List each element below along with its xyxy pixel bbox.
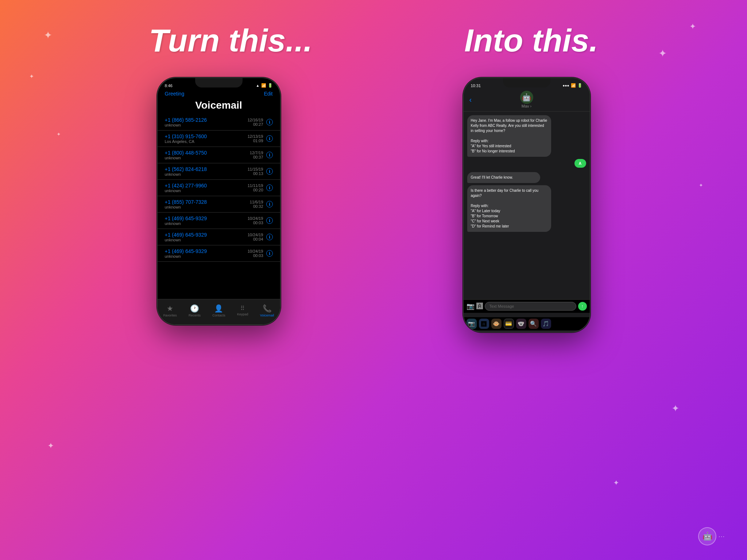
- tab-recents-label: Recents: [189, 314, 201, 317]
- msg-bubble-2: Is there a better day for Charlie to cal…: [467, 185, 551, 232]
- recents-icon: 🕐: [190, 304, 199, 313]
- send-button[interactable]: ↑: [578, 302, 587, 311]
- tab-keypad[interactable]: ⠿ Keypad: [237, 305, 248, 316]
- vm-dur-5: 00:32: [250, 204, 263, 209]
- vm-label-4: unknown: [165, 188, 207, 193]
- app-icon-photos[interactable]: 📷: [467, 319, 477, 329]
- signal-icon-left: ▲: [256, 83, 260, 88]
- msg-bubble-0: Hey Jane. I'm Mav, a follow up robot for…: [467, 115, 551, 157]
- voicemail-icon: 📞: [263, 304, 272, 313]
- apps-icon[interactable]: 🅰: [476, 303, 483, 310]
- vm-dur-3: 00:13: [248, 171, 263, 176]
- battery-icon-right: 🔋: [577, 83, 582, 88]
- logo-dots: ···: [719, 533, 725, 539]
- logo-icon: 🤖: [698, 527, 716, 545]
- sparkle-6: ✦: [47, 441, 54, 451]
- vm-item-0[interactable]: +1 (866) 585-2126 unknown 12/16/19 00:27…: [158, 114, 280, 131]
- tab-favorites-label: Favorites: [163, 314, 177, 317]
- app-icon-music[interactable]: 🎵: [541, 319, 551, 329]
- msg-header: ‹ 🤖 Mav ›: [464, 89, 590, 112]
- vm-info-2[interactable]: ℹ: [266, 152, 273, 158]
- app-icon-applepay[interactable]: 💳: [504, 319, 514, 329]
- battery-icon-left: 🔋: [268, 83, 273, 88]
- app-icon-memoji[interactable]: 🐵: [491, 319, 502, 329]
- vm-item-right-5: 11/6/19 00:32 ℹ: [250, 200, 273, 209]
- vm-number-0: +1 (866) 585-2126: [165, 117, 207, 123]
- vm-meta-5: 11/6/19 00:32: [250, 200, 263, 209]
- headline-right: Into this.: [464, 22, 598, 59]
- vm-date-4: 11/11/19: [248, 183, 263, 188]
- tab-contacts[interactable]: 👤 Contacts: [212, 304, 225, 317]
- vm-item-3[interactable]: +1 (562) 824-6218 unknown 11/15/19 00:13…: [158, 163, 280, 180]
- vm-number-7: +1 (469) 645-9329: [165, 232, 207, 238]
- vm-info-5[interactable]: ℹ: [266, 201, 273, 207]
- vm-info-4[interactable]: ℹ: [266, 184, 273, 191]
- vm-info-1[interactable]: ℹ: [266, 135, 273, 142]
- sparkle-7: ✦: [613, 478, 619, 487]
- phone-left: 8:46 ▲ 📶 🔋 Greeting Edit Voicemail +1 (8…: [157, 77, 281, 325]
- tab-favorites[interactable]: ★ Favorites: [163, 304, 177, 317]
- app-icon-hashtag[interactable]: 🔍: [529, 319, 539, 329]
- vm-item-right-6: 10/24/19 00:03 ℹ: [248, 216, 273, 225]
- vm-dur-7: 00:04: [248, 237, 263, 241]
- sparkle-1: ✦: [44, 29, 52, 41]
- tab-voicemail[interactable]: 📞 Voicemail: [260, 304, 274, 317]
- camera-icon[interactable]: 📷: [467, 302, 475, 310]
- vm-item-left-2: +1 (800) 448-5750 unknown: [165, 150, 207, 160]
- vm-info-3[interactable]: ℹ: [266, 168, 273, 175]
- header-section: Turn this... Into this.: [0, 0, 747, 74]
- tab-recents[interactable]: 🕐 Recents: [189, 304, 201, 317]
- contact-name[interactable]: Mav ›: [522, 104, 532, 108]
- sparkle-9: ✦: [671, 403, 680, 414]
- vm-meta-2: 12/7/19 00:37: [250, 151, 263, 159]
- vm-item-6[interactable]: +1 (469) 645-9329 unknown 10/24/19 00:03…: [158, 213, 280, 229]
- vm-dur-4: 00:20: [248, 188, 263, 192]
- vm-meta-8: 10/24/19 00:03: [248, 249, 263, 258]
- vm-meta-3: 11/15/19 00:13: [248, 167, 263, 176]
- back-button[interactable]: ‹: [469, 96, 472, 104]
- headline-left: Turn this...: [149, 22, 312, 59]
- vm-info-0[interactable]: ℹ: [266, 119, 273, 125]
- vm-item-7[interactable]: +1 (469) 645-9329 unknown 10/24/19 00:04…: [158, 229, 280, 245]
- vm-item-2[interactable]: +1 (800) 448-5750 unknown 12/7/19 00:37 …: [158, 147, 280, 163]
- vm-date-2: 12/7/19: [250, 151, 263, 155]
- vm-date-8: 10/24/19: [248, 249, 263, 253]
- vm-greeting-link[interactable]: Greeting: [165, 91, 185, 97]
- contact-avatar: 🤖: [520, 91, 533, 104]
- app-icon-animoji[interactable]: 🐨: [516, 319, 526, 329]
- app-icon-row: 📷 🅰 🐵 💳 🐨 🔍 🎵: [464, 317, 590, 330]
- time-left: 8:46: [165, 83, 173, 88]
- text-message-input[interactable]: Text Message: [485, 302, 576, 311]
- vm-item-left-1: +1 (310) 915-7600 Los Angeles, CA: [165, 133, 207, 144]
- vm-item-4[interactable]: +1 (424) 277-9960 unknown 11/11/19 00:20…: [158, 180, 280, 196]
- vm-item-1[interactable]: +1 (310) 915-7600 Los Angeles, CA 12/13/…: [158, 131, 280, 147]
- vm-item-right-4: 11/11/19 00:20 ℹ: [248, 183, 273, 192]
- vm-number-4: +1 (424) 277-9960: [165, 183, 207, 188]
- app-icon-appstore[interactable]: 🅰: [479, 319, 489, 329]
- star-icon: ★: [167, 304, 173, 313]
- vm-meta-4: 11/11/19 00:20: [248, 183, 263, 192]
- vm-item-right-1: 12/13/19 01:09 ℹ: [248, 134, 273, 143]
- vm-number-1: +1 (310) 915-7600: [165, 133, 207, 139]
- vm-dur-1: 01:09: [248, 139, 263, 143]
- phones-section: 8:46 ▲ 📶 🔋 Greeting Edit Voicemail +1 (8…: [0, 74, 747, 332]
- vm-info-6[interactable]: ℹ: [266, 217, 273, 224]
- sparkle-4: ✦: [658, 47, 667, 59]
- vm-meta-7: 10/24/19 00:04: [248, 233, 263, 241]
- vm-label-5: unknown: [165, 205, 207, 209]
- vm-info-8[interactable]: ℹ: [266, 250, 273, 257]
- vm-date-3: 11/15/19: [248, 167, 263, 171]
- vm-nav-header: Greeting Edit: [158, 89, 280, 98]
- vm-item-5[interactable]: +1 (855) 707-7328 unknown 11/6/19 00:32 …: [158, 196, 280, 213]
- vm-item-8[interactable]: +1 (469) 645-9329 unknown 10/24/19 00:03…: [158, 245, 280, 262]
- vm-label-7: unknown: [165, 238, 207, 242]
- vm-info-7[interactable]: ℹ: [266, 234, 273, 240]
- notch-right: [503, 78, 550, 88]
- tab-bar-left: ★ Favorites 🕐 Recents 👤 Contacts ⠿ Keypa…: [158, 299, 280, 324]
- vm-label-0: unknown: [165, 123, 207, 127]
- sparkle-8: ✦: [699, 182, 703, 188]
- vm-dur-8: 00:03: [248, 253, 263, 258]
- vm-edit-button[interactable]: Edit: [264, 91, 272, 97]
- vm-list: +1 (866) 585-2126 unknown 12/16/19 00:27…: [158, 114, 280, 262]
- vm-meta-1: 12/13/19 01:09: [248, 134, 263, 143]
